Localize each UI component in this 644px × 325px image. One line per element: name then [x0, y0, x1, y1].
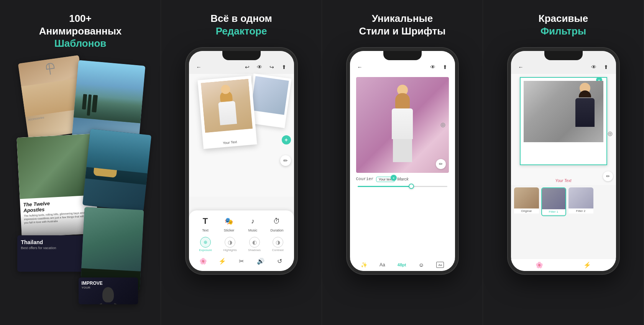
- filter-strip: Original Filter 1 Filter 2: [511, 185, 616, 218]
- shadows-label: Shadows: [248, 248, 261, 252]
- crosshair-icon: ⊕: [440, 121, 446, 129]
- aa-box-action[interactable]: Aa: [436, 262, 444, 268]
- photo-frame-4: Your Text: [520, 77, 607, 165]
- filter-2-label: Filter 2: [568, 208, 593, 213]
- eye-icon-4[interactable]: 👁: [590, 63, 598, 71]
- close-badge-font[interactable]: ×: [391, 175, 397, 181]
- toolbar-icons-group-4: 👁 ⬆: [590, 63, 610, 71]
- tools-row: T Text 🎭 Sticker ♪ Music ⏱ Duration: [194, 215, 289, 232]
- sound-action-icon[interactable]: 🔊: [255, 256, 266, 266]
- template-card-boat[interactable]: [82, 129, 151, 212]
- back-arrow-icon-4[interactable]: ←: [517, 63, 525, 71]
- font-selector-row: Courier Your text × Marck: [353, 174, 452, 184]
- aa-action[interactable]: Aa: [380, 262, 385, 268]
- filter-1[interactable]: Filter 1: [541, 187, 566, 216]
- redo-icon[interactable]: ↪: [268, 63, 276, 71]
- toolbar-icons-group: ↩ 👁 ↪ ⬆: [243, 63, 288, 71]
- tool-text[interactable]: T Text: [199, 215, 211, 232]
- tool-sticker[interactable]: 🎭 Sticker: [223, 215, 235, 232]
- phone2-bottom-bar: T Text 🎭 Sticker ♪ Music ⏱ Duration: [189, 210, 294, 271]
- panel4-title: Красивые Фильтры: [539, 12, 588, 37]
- phone-notch-2: [222, 51, 261, 60]
- music-tool-label: Music: [248, 228, 258, 232]
- adjust-action-4[interactable]: ⚡: [583, 261, 591, 269]
- your-text-label-4: Your Text: [511, 179, 616, 183]
- adj-shadows[interactable]: ◐ Shadows: [248, 237, 261, 252]
- loop-action-icon[interactable]: ↺: [274, 256, 285, 266]
- font-yourtext-selected[interactable]: Your text ×: [376, 177, 395, 182]
- filter-original-label: Original: [514, 208, 539, 213]
- back-arrow-icon[interactable]: ←: [195, 63, 203, 71]
- flower-action-4[interactable]: 🌸: [536, 261, 543, 269]
- text-tool-icon: T: [199, 215, 211, 227]
- phone3-bottom-strip: ✨ Aa 48pt ☺ Aa: [350, 259, 455, 271]
- exposure-label: Exposure: [199, 248, 212, 252]
- polaroid-main: Your Text: [197, 76, 257, 149]
- toolbar-icons-group-3: 👁 ⬆: [429, 63, 449, 71]
- slider-thumb[interactable]: [409, 184, 414, 189]
- phone-screen-4: ← 👁 ⬆ ×: [511, 51, 616, 271]
- font-courier[interactable]: Courier: [356, 177, 374, 182]
- panel-editor: Всё в одном Редакторе ← ↩ 👁 ↪ ⬆: [161, 0, 322, 325]
- duration-tool-icon: ⏱: [271, 215, 283, 227]
- exposure-icon: ⊕: [200, 237, 211, 248]
- music-tool-icon: ♪: [246, 215, 259, 227]
- phone-notch-3: [383, 51, 422, 60]
- highlights-label: Highlights: [223, 248, 237, 252]
- flower-icon-4: 🌸: [536, 261, 543, 269]
- canvas-plus-icon[interactable]: +: [282, 135, 291, 144]
- bottom-actions: 🌸 ⚡ ✂ 🔊 ↺: [194, 256, 289, 266]
- aa-icon: Aa: [380, 262, 385, 268]
- pen-overlay-4[interactable]: ✏: [603, 171, 613, 181]
- pen-overlay-3[interactable]: ✏: [436, 159, 446, 169]
- contrast-label: Contrast: [272, 248, 284, 252]
- phone-mockup-2: ← ↩ 👁 ↪ ⬆: [186, 48, 297, 274]
- adj-contrast[interactable]: ◑ Contrast: [272, 237, 284, 252]
- adjustments-row: ⊕ Exposure ◑ Highlights ◐ Shadows ◑ Cont…: [194, 237, 289, 252]
- share-icon[interactable]: ⬆: [280, 63, 288, 71]
- flower-action-icon[interactable]: 🌸: [198, 256, 209, 266]
- photo-4: [524, 81, 603, 142]
- slider-container: [353, 184, 452, 189]
- sparkle-action[interactable]: ✨: [361, 262, 367, 268]
- phone-mockup-4: ← 👁 ⬆ ×: [508, 48, 619, 274]
- adjust-action-icon[interactable]: ⚡: [217, 256, 228, 266]
- phone4-bottom: 🌸 ⚡: [511, 259, 616, 271]
- sparkle-icon: ✨: [361, 262, 367, 268]
- phone-notch-4: [544, 51, 583, 60]
- tool-duration[interactable]: ⏱ Duration: [270, 215, 283, 232]
- phone-screen-3: ← 👁 ⬆: [350, 51, 455, 271]
- emoji-action[interactable]: ☺: [419, 262, 424, 268]
- eye-icon-3[interactable]: 👁: [429, 63, 437, 71]
- crosshair-icon-4: ⊕: [607, 130, 613, 138]
- emoji-icon: ☺: [419, 262, 424, 268]
- text-tool-label: Text: [202, 228, 209, 232]
- filter-2[interactable]: Filter 2: [568, 187, 593, 216]
- sticker-tool-label: Sticker: [224, 228, 235, 232]
- adj-highlights[interactable]: ◑ Highlights: [223, 237, 237, 252]
- undo-icon[interactable]: ↩: [243, 63, 251, 71]
- sticker-tool-icon: 🎭: [223, 215, 235, 227]
- font-marck[interactable]: Marck: [397, 177, 409, 182]
- share-icon-4[interactable]: ⬆: [602, 63, 610, 71]
- phone-screen-2: ← ↩ 👁 ↪ ⬆: [189, 51, 294, 271]
- tool-music[interactable]: ♪ Music: [246, 215, 259, 232]
- template-collage: accessories The TwelveApostles The hulki…: [15, 59, 146, 297]
- adj-exposure[interactable]: ⊕ Exposure: [199, 237, 212, 252]
- font-size-slider[interactable]: [358, 186, 447, 187]
- pen-icon[interactable]: ✏: [280, 155, 291, 166]
- filter-1-label: Filter 1: [542, 209, 565, 214]
- filter-original[interactable]: Original: [514, 187, 539, 216]
- back-arrow-icon-3[interactable]: ←: [356, 63, 364, 71]
- panel-filters: Красивые Фильтры ← 👁 ⬆ ×: [483, 0, 644, 325]
- template-card-thailand[interactable]: Thailand Best offers for vacation: [17, 235, 86, 272]
- highlights-icon: ◑: [225, 237, 235, 248]
- share-icon-3[interactable]: ⬆: [441, 63, 449, 71]
- phone3-canvas: ⊕ ✏ Courier Your text × Marck: [350, 74, 455, 200]
- size-action[interactable]: 48pt: [398, 263, 406, 267]
- eye-icon[interactable]: 👁: [256, 63, 263, 71]
- template-card-yoga[interactable]: IMPROVE YOUR: [79, 277, 138, 304]
- cut-action-icon[interactable]: ✂: [236, 256, 247, 266]
- phone-mockup-3: ← 👁 ⬆: [347, 48, 458, 274]
- panel-templates: 100+ Анимированных Шаблонов accessories: [0, 0, 161, 325]
